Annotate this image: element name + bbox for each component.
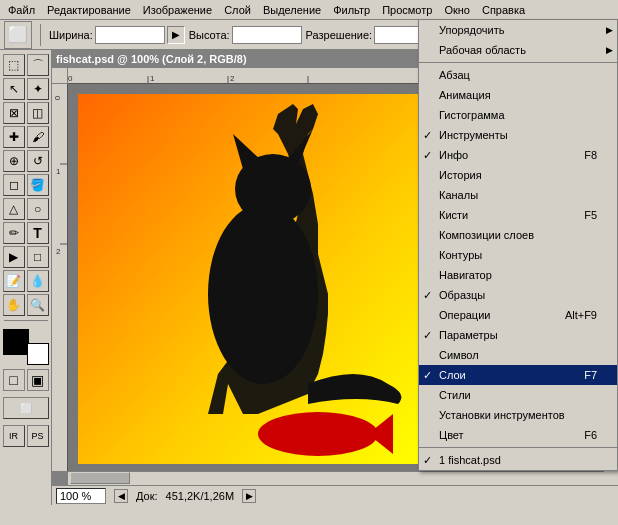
menu-channels[interactable]: Каналы <box>419 185 617 205</box>
notes-tool[interactable]: 📝 <box>3 270 25 292</box>
window-dropdown: Упорядочить Рабочая область Абзац Анимац… <box>418 20 618 471</box>
menu-animation[interactable]: Анимация <box>419 85 617 105</box>
menu-window[interactable]: Окно <box>438 2 476 18</box>
menu-character[interactable]: Символ <box>419 345 617 365</box>
doc-value: 451,2K/1,26M <box>166 490 235 502</box>
fill-tool[interactable]: 🪣 <box>27 174 49 196</box>
scrollbar-horizontal[interactable] <box>68 471 604 485</box>
zoom-level[interactable]: 100 % <box>56 488 106 504</box>
menu-swatches[interactable]: Образцы <box>419 285 617 305</box>
menu-layers[interactable]: Слои F7 <box>419 365 617 385</box>
tool-row-4: ✚ 🖌 <box>3 126 49 148</box>
jump-ir[interactable]: IR <box>3 425 25 447</box>
blur-tool[interactable]: △ <box>3 198 25 220</box>
menu-file[interactable]: Файл <box>2 2 41 18</box>
tool-row-9: ▶ □ <box>3 246 49 268</box>
jump-buttons: IR PS <box>3 425 49 447</box>
menu-sep2 <box>419 447 617 448</box>
jump-ps[interactable]: PS <box>27 425 49 447</box>
menu-fishcat[interactable]: 1 fishcat.psd <box>419 450 617 470</box>
canvas-image <box>78 94 418 464</box>
menu-filter[interactable]: Фильтр <box>327 2 376 18</box>
menu-styles[interactable]: Стили <box>419 385 617 405</box>
svg-text:0: 0 <box>53 95 62 100</box>
menu-navigator[interactable]: Навигатор <box>419 265 617 285</box>
doc-label: Док: <box>136 490 158 502</box>
ruler-corner <box>52 68 68 84</box>
shape-tool[interactable]: □ <box>27 246 49 268</box>
menu-image[interactable]: Изображение <box>137 2 218 18</box>
move-tool[interactable]: ↖ <box>3 78 25 100</box>
menu-tools[interactable]: Инструменты <box>419 125 617 145</box>
svg-text:2: 2 <box>230 74 235 83</box>
resolution-label: Разрешение: <box>306 29 373 41</box>
menu-brushes[interactable]: Кисти F5 <box>419 205 617 225</box>
svg-text:2: 2 <box>56 247 61 256</box>
history-brush-tool[interactable]: ↺ <box>27 150 49 172</box>
menu-info[interactable]: Инфо F8 <box>419 145 617 165</box>
marquee-tool[interactable]: ⬚ <box>3 54 25 76</box>
menu-sep1 <box>419 62 617 63</box>
menu-layer-comps[interactable]: Композиции слоев <box>419 225 617 245</box>
menu-paragraph[interactable]: Абзац <box>419 65 617 85</box>
magic-wand-tool[interactable]: ✦ <box>27 78 49 100</box>
menu-tool-presets[interactable]: Установки инструментов <box>419 405 617 425</box>
ruler-left: 0 1 2 <box>52 84 68 471</box>
menu-color[interactable]: Цвет F6 <box>419 425 617 445</box>
tool-row-2: ↖ ✦ <box>3 78 49 100</box>
width-arrow[interactable]: ▶ <box>167 26 185 44</box>
menu-paths[interactable]: Контуры <box>419 245 617 265</box>
width-label: Ширина: <box>49 29 93 41</box>
path-select-tool[interactable]: ▶ <box>3 246 25 268</box>
menu-actions[interactable]: Операции Alt+F9 <box>419 305 617 325</box>
clone-tool[interactable]: ⊕ <box>3 150 25 172</box>
nav-next[interactable]: ▶ <box>242 489 256 503</box>
svg-point-16 <box>258 412 378 456</box>
dodge-tool[interactable]: ○ <box>27 198 49 220</box>
tool-preview[interactable]: ⬜ <box>4 21 32 49</box>
background-color[interactable] <box>27 343 49 365</box>
svg-text:1: 1 <box>150 74 155 83</box>
svg-text:1: 1 <box>56 167 61 176</box>
slice-tool[interactable]: ◫ <box>27 102 49 124</box>
menu-help[interactable]: Справка <box>476 2 531 18</box>
width-field: Ширина: ▶ <box>49 26 185 44</box>
color-swatches[interactable] <box>3 329 49 365</box>
eyedropper-tool[interactable]: 💧 <box>27 270 49 292</box>
brush-tool[interactable]: 🖌 <box>27 126 49 148</box>
heal-tool[interactable]: ✚ <box>3 126 25 148</box>
tool-row-8: ✏ T <box>3 222 49 244</box>
zoom-tool[interactable]: 🔍 <box>27 294 49 316</box>
toolbox: ⬚ ⌒ ↖ ✦ ⊠ ◫ ✚ 🖌 ⊕ ↺ ◻ 🪣 △ ○ ✏ T <box>0 50 52 505</box>
tool-row-10: 📝 💧 <box>3 270 49 292</box>
foreground-color[interactable] <box>3 329 29 355</box>
menu-arrange[interactable]: Упорядочить <box>419 20 617 40</box>
pen-tool[interactable]: ✏ <box>3 222 25 244</box>
height-input[interactable] <box>232 26 302 44</box>
menu-select[interactable]: Выделение <box>257 2 327 18</box>
nav-prev[interactable]: ◀ <box>114 489 128 503</box>
screen-mode-btn[interactable]: ⬜ <box>3 397 49 419</box>
menu-layer[interactable]: Слой <box>218 2 257 18</box>
tool-row-11: ✋ 🔍 <box>3 294 49 316</box>
menu-options[interactable]: Параметры <box>419 325 617 345</box>
tool-row-6: ◻ 🪣 <box>3 174 49 196</box>
menu-history[interactable]: История <box>419 165 617 185</box>
hand-tool[interactable]: ✋ <box>3 294 25 316</box>
menu-edit[interactable]: Редактирование <box>41 2 137 18</box>
tool-row-5: ⊕ ↺ <box>3 150 49 172</box>
mask-mode[interactable]: ▣ <box>27 369 49 391</box>
normal-mode[interactable]: □ <box>3 369 25 391</box>
height-field: Высота: <box>189 26 302 44</box>
menu-view[interactable]: Просмотр <box>376 2 438 18</box>
height-label: Высота: <box>189 29 230 41</box>
width-input[interactable] <box>95 26 165 44</box>
lasso-tool[interactable]: ⌒ <box>27 54 49 76</box>
menu-workspace[interactable]: Рабочая область <box>419 40 617 60</box>
statusbar: 100 % ◀ Док: 451,2K/1,26M ▶ <box>52 485 618 505</box>
text-tool[interactable]: T <box>27 222 49 244</box>
crop-tool[interactable]: ⊠ <box>3 102 25 124</box>
menu-histogram[interactable]: Гистограмма <box>419 105 617 125</box>
svg-point-12 <box>208 204 318 384</box>
eraser-tool[interactable]: ◻ <box>3 174 25 196</box>
